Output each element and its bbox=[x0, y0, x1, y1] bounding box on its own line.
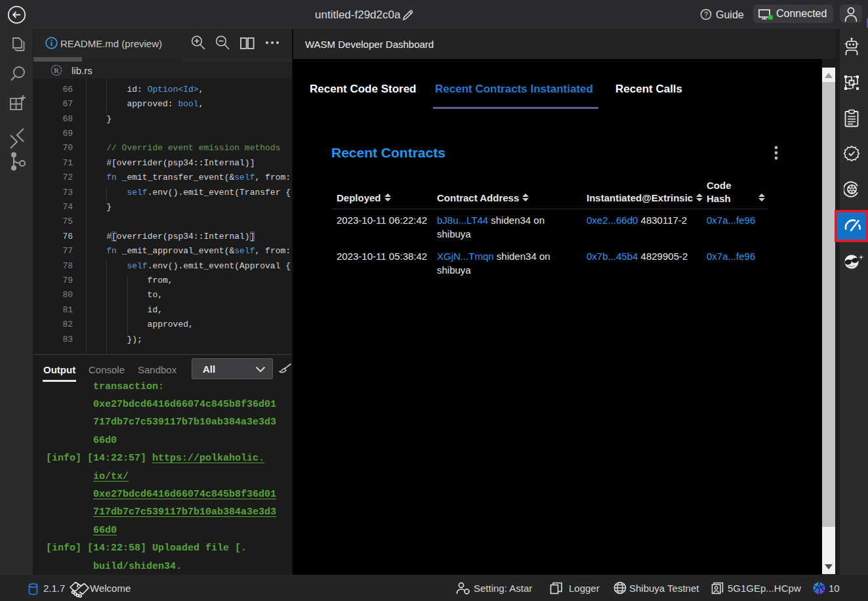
svg-text:R: R bbox=[54, 67, 59, 74]
svg-text:?: ? bbox=[704, 10, 708, 18]
